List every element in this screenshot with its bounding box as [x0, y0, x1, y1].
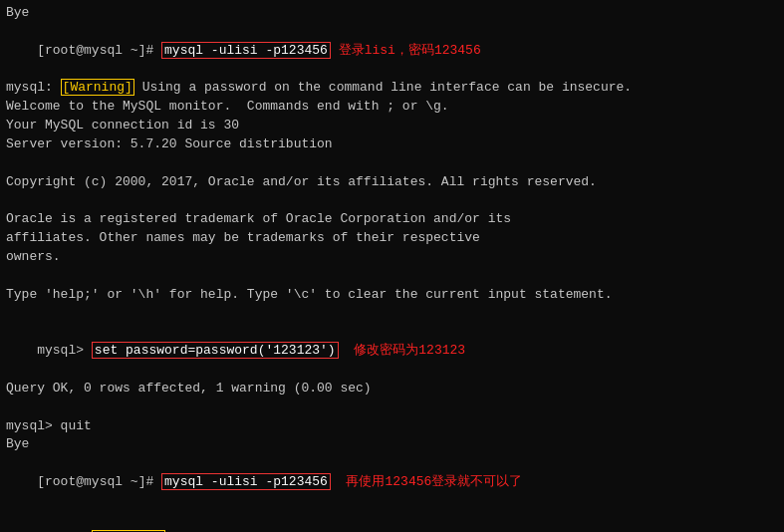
line-connid1: Your MySQL connection id is 30: [6, 117, 778, 135]
line-login2: [root@mysql ~]# mysql -ulisi -p123456 再使…: [6, 454, 778, 511]
line-oracle2: affiliates. Other names may be trademark…: [6, 229, 778, 248]
annotation-login2: 再使用123456登录就不可以了: [331, 474, 522, 489]
line-query1: Query OK, 0 rows affected, 1 warning (0.…: [6, 380, 778, 399]
line-type1: Type 'help;' or '\h' for help. Type '\c'…: [6, 286, 778, 305]
line-blank2: [6, 191, 778, 210]
cmd-box-login2: mysql -ulisi -p123456: [161, 473, 331, 490]
line-welcome1: Welcome to the MySQL monitor. Commands e…: [6, 98, 778, 117]
line-blank4: [6, 305, 778, 324]
line-blank5: [6, 399, 778, 417]
prompt-text2: [root@mysql ~]#: [37, 474, 161, 489]
annotation-login1: 登录lisi，密码123456: [331, 43, 481, 58]
line-copy1: Copyright (c) 2000, 2017, Oracle and/or …: [6, 173, 778, 192]
line-quit1: mysql> quit: [6, 417, 778, 436]
line-warn2: mysql: [Warning] Using a password on the…: [6, 511, 778, 532]
line-oracle3: owners.: [6, 248, 778, 267]
line-blank3: [6, 267, 778, 286]
mysql-prompt1: mysql>: [37, 343, 92, 358]
line-setpwd: mysql> set password=password('123123') 修…: [6, 323, 778, 380]
line-blank1: [6, 154, 778, 173]
line-login1: [root@mysql ~]# mysql -ulisi -p123456 登录…: [6, 23, 778, 80]
line-bye2: Bye: [6, 435, 778, 454]
terminal: Bye [root@mysql ~]# mysql -ulisi -p12345…: [0, 0, 784, 532]
annotation-setpwd: 修改密码为123123: [339, 343, 465, 358]
line-bye1: Bye: [6, 4, 778, 23]
line-oracle1: Oracle is a registered trademark of Orac…: [6, 210, 778, 229]
cmd-box-setpwd: set password=password('123123'): [92, 342, 339, 359]
line-server1: Server version: 5.7.20 Source distributi…: [6, 135, 778, 154]
cmd-box-login1: mysql -ulisi -p123456: [161, 42, 331, 59]
prompt-text: [root@mysql ~]#: [37, 43, 161, 58]
line-warn1: mysql: [Warning] Using a password on the…: [6, 79, 778, 98]
